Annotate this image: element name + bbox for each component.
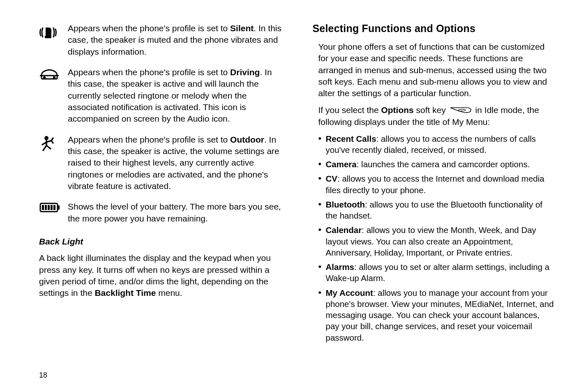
battery-description: Shows the level of your battery. The mor… [68, 201, 282, 224]
car-icon [39, 67, 68, 81]
vibrate-icon [39, 23, 68, 42]
list-item: My Account: allows you to manage your ac… [318, 287, 556, 343]
svg-rect-8 [58, 205, 60, 210]
list-item: Recent Calls: allows you to access the n… [318, 133, 556, 156]
text: soft key [414, 105, 448, 115]
icon-row-silent: Appears when the phone's profile is set … [39, 23, 282, 58]
icon-row-battery: Shows the level of your battery. The mor… [39, 201, 282, 224]
text: Appears when the phone's profile is set … [68, 135, 230, 144]
svg-rect-3 [53, 76, 55, 78]
options-paragraph: If you select the Options soft key in Id… [318, 104, 556, 128]
bold: Outdoor [230, 135, 264, 144]
intro-paragraph: Your phone offers a set of functions tha… [318, 41, 556, 99]
section-heading: Selecting Functions and Options [313, 23, 556, 35]
icon-row-outdoor: Appears when the phone's profile is set … [39, 134, 282, 192]
text: : allows you to set or alter alarm setti… [326, 262, 550, 283]
bold: Calendar [326, 225, 362, 235]
battery-icon [39, 201, 68, 213]
right-column: Selecting Functions and Options Your pho… [313, 23, 556, 380]
svg-rect-10 [45, 205, 47, 210]
bold: Alarms [326, 262, 355, 272]
backlight-subhead: Back Light [39, 237, 282, 247]
text: Appears when the phone's profile is set … [68, 67, 230, 77]
bold: Backlight Time [95, 288, 156, 297]
icon-row-driving: Appears when the phone's profile is set … [39, 67, 282, 125]
text: : allows you to access the Internet and … [326, 174, 544, 194]
text: Shows the level of your battery. The mor… [68, 202, 281, 223]
silent-description: Appears when the phone's profile is set … [68, 23, 282, 58]
softkey-icon [450, 105, 472, 116]
outdoor-description: Appears when the phone's profile is set … [68, 134, 282, 192]
svg-rect-11 [48, 205, 50, 210]
bold: Camera [326, 159, 357, 169]
driving-description: Appears when the phone's profile is set … [68, 67, 282, 125]
backlight-paragraph: A back light illuminates the display and… [39, 252, 282, 299]
svg-rect-9 [42, 205, 44, 210]
left-column: Appears when the phone's profile is set … [39, 23, 282, 380]
svg-point-14 [458, 109, 466, 111]
list-item: Calendar: allows you to view the Month, … [318, 224, 556, 258]
list-item: CV: allows you to access the Internet an… [318, 173, 556, 196]
bold: Bluetooth [326, 200, 365, 209]
outdoor-icon [39, 134, 68, 153]
svg-rect-0 [45, 36, 51, 38]
text: menu. [156, 288, 182, 297]
text: If you select the [318, 105, 381, 115]
page-number: 18 [39, 371, 47, 380]
list-item: Alarms: allows you to set or alter alarm… [318, 261, 556, 284]
text: Appears when the phone's profile is set … [68, 23, 230, 33]
text: : launches the camera and camcorder opti… [357, 159, 530, 169]
svg-rect-2 [43, 76, 46, 78]
svg-rect-12 [51, 205, 53, 210]
list-item: Bluetooth: allows you to use the Bluetoo… [318, 199, 556, 221]
bold: Driving [230, 67, 260, 77]
bold: Options [381, 105, 413, 115]
list-item: Camera: launches the camera and camcorde… [318, 159, 556, 170]
bold: Silent [230, 23, 254, 33]
bullet-list: Recent Calls: allows you to access the n… [318, 133, 556, 343]
bold: CV [326, 174, 337, 183]
bold: My Account [326, 288, 373, 297]
bold: Recent Calls [326, 134, 376, 143]
right-body: Your phone offers a set of functions tha… [313, 41, 556, 346]
svg-rect-13 [53, 205, 55, 210]
